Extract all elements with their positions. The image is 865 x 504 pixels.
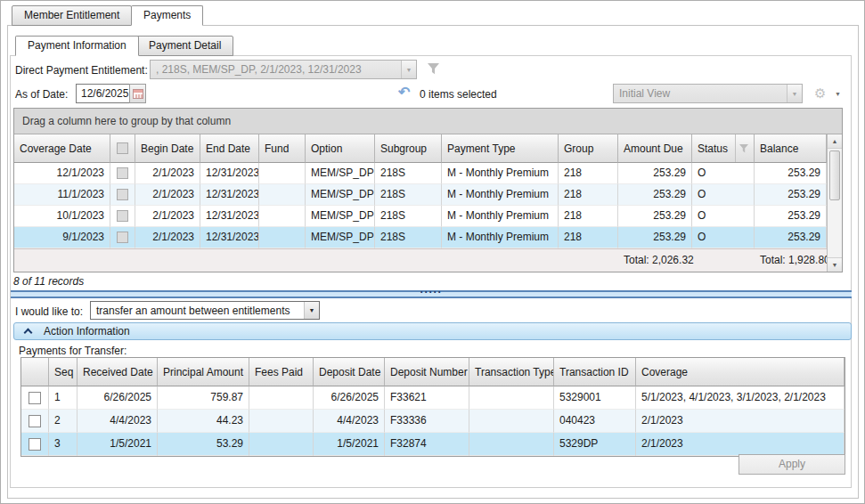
total-balance: Total: 1,928.80 xyxy=(755,249,827,272)
column-header-select-all[interactable] xyxy=(110,134,135,163)
scrollbar-thumb[interactable] xyxy=(829,150,840,200)
cell-deposit-date: 6/26/2025 xyxy=(314,386,385,410)
cell-group: 218 xyxy=(559,206,618,227)
cell-fund xyxy=(259,163,306,184)
scroll-up-icon: ▲ xyxy=(832,138,838,144)
grid-totals-row: Total: 2,026.32 Total: 1,928.80 xyxy=(14,248,827,272)
column-header-fees-paid[interactable]: Fees Paid xyxy=(249,358,314,386)
cell-amount-due: 253.29 xyxy=(618,163,692,184)
table-row[interactable]: 1 6/26/2025 759.87 6/26/2025 F33621 5329… xyxy=(21,386,845,410)
table-row[interactable]: 12/1/2023 2/1/2023 12/31/2023 MEM/SP_DP … xyxy=(14,163,827,184)
status-filter-button[interactable] xyxy=(735,134,748,162)
column-header-received-date[interactable]: Received Date xyxy=(78,358,158,386)
tab-payments[interactable]: Payments xyxy=(131,5,203,26)
column-header-amount-due[interactable]: Amount Due xyxy=(618,134,692,163)
view-selector-value: Initial View xyxy=(614,87,787,100)
row-checkbox-cell[interactable] xyxy=(110,184,135,206)
undo-selection-icon[interactable]: ↶ xyxy=(398,84,410,101)
tab-member-entitlement[interactable]: Member Entitlement xyxy=(12,5,132,26)
action-information-expander[interactable]: Action Information xyxy=(13,322,852,340)
row-checkbox-cell[interactable] xyxy=(21,386,49,410)
column-header-begin-date[interactable]: Begin Date xyxy=(135,134,200,163)
scroll-up-button[interactable]: ▲ xyxy=(828,134,842,149)
view-selector-dropdown-button[interactable]: ▼ xyxy=(787,85,802,102)
cell-end-date: 12/31/2023 xyxy=(200,227,259,248)
splitter-handle[interactable]: ····· xyxy=(11,290,852,298)
column-header-balance[interactable]: Balance xyxy=(755,134,827,163)
calendar-picker-button[interactable] xyxy=(129,84,146,103)
cell-transaction-type xyxy=(469,386,554,410)
action-combobox-dropdown-button[interactable]: ▼ xyxy=(304,302,319,319)
row-checkbox-cell[interactable] xyxy=(21,433,49,456)
cell-status: O xyxy=(692,184,755,206)
table-row[interactable]: 10/1/2023 2/1/2023 12/31/2023 MEM/SP_DP … xyxy=(14,206,827,227)
cell-end-date: 12/31/2023 xyxy=(200,184,259,206)
cell-coverage: 2/1/2023 xyxy=(636,410,845,433)
cell-option: MEM/SP_DP xyxy=(306,206,375,227)
row-checkbox[interactable] xyxy=(29,415,41,427)
cell-amount-due: 253.29 xyxy=(618,227,692,248)
row-checkbox-cell[interactable] xyxy=(110,206,135,227)
scroll-down-button[interactable]: ▼ xyxy=(828,257,842,272)
group-by-bar[interactable]: Drag a column here to group by that colu… xyxy=(14,109,842,134)
vertical-scrollbar[interactable]: ▲ ▼ xyxy=(827,134,842,272)
table-row[interactable]: 11/1/2023 2/1/2023 12/31/2023 MEM/SP_DP … xyxy=(14,184,827,206)
column-header-coverage[interactable]: Coverage xyxy=(636,358,845,386)
cell-principal-amount: 759.87 xyxy=(158,386,249,410)
column-header-seq[interactable]: Seq xyxy=(49,358,78,386)
as-of-date-input[interactable]: 12/6/2025 xyxy=(76,84,130,103)
payments-for-transfer-label: Payments for Transfer: xyxy=(19,345,126,357)
column-header-subgroup[interactable]: Subgroup xyxy=(375,134,442,163)
gear-icon[interactable]: ⚙ xyxy=(814,85,826,102)
row-checkbox[interactable] xyxy=(29,392,41,404)
filter-icon[interactable] xyxy=(428,63,439,75)
items-selected-text: 0 items selected xyxy=(420,88,497,101)
gear-menu-caret-icon[interactable]: ▼ xyxy=(835,91,841,97)
cell-payment-type: M - Monthly Premium xyxy=(442,184,559,206)
entitlement-combobox-dropdown-button[interactable]: ▼ xyxy=(401,61,416,78)
tab-payment-information[interactable]: Payment Information xyxy=(15,36,139,56)
column-header-group[interactable]: Group xyxy=(559,134,618,163)
column-header-payment-type[interactable]: Payment Type xyxy=(442,134,559,163)
column-header-deposit-number[interactable]: Deposit Number xyxy=(385,358,469,386)
table-row-selected[interactable]: 9/1/2023 2/1/2023 12/31/2023 MEM/SP_DP 2… xyxy=(14,227,827,248)
apply-button[interactable]: Apply xyxy=(739,454,845,475)
row-checkbox[interactable] xyxy=(117,210,128,222)
table-row[interactable]: 2 4/4/2023 44.23 4/4/2023 F33336 040423 … xyxy=(21,410,845,433)
column-header-transaction-type[interactable]: Transaction Type xyxy=(469,358,554,386)
entitlement-combobox[interactable]: , 218S, MEM/SP_DP, 2/1/2023, 12/31/2023 … xyxy=(150,60,417,79)
cell-seq: 2 xyxy=(49,410,78,433)
row-checkbox[interactable] xyxy=(117,232,128,243)
tab-payment-detail[interactable]: Payment Detail xyxy=(136,36,233,56)
column-header-status[interactable]: Status xyxy=(692,134,755,163)
row-checkbox-cell[interactable] xyxy=(110,163,135,184)
cell-transaction-id: 5329DP xyxy=(554,433,636,456)
row-checkbox[interactable] xyxy=(117,189,128,200)
cell-transaction-type xyxy=(469,433,554,456)
column-header-principal-amount[interactable]: Principal Amount xyxy=(158,358,249,386)
select-all-checkbox[interactable] xyxy=(117,142,128,154)
row-checkbox[interactable] xyxy=(29,438,41,451)
calendar-icon xyxy=(133,89,143,99)
column-header-fund[interactable]: Fund xyxy=(259,134,306,163)
row-checkbox-cell[interactable] xyxy=(110,227,135,248)
chevron-down-icon: ▼ xyxy=(792,91,798,97)
table-row-selected[interactable]: 3 1/5/2021 53.29 1/5/2021 F32874 5329DP … xyxy=(21,433,845,456)
view-selector-combobox[interactable]: Initial View ▼ xyxy=(613,84,803,103)
column-header-end-date[interactable]: End Date xyxy=(200,134,259,163)
cell-received-date: 6/26/2025 xyxy=(78,386,158,410)
action-combobox[interactable]: transfer an amount between entitlements … xyxy=(90,301,320,320)
column-header-option[interactable]: Option xyxy=(306,134,375,163)
cell-begin-date: 2/1/2023 xyxy=(135,163,200,184)
transfer-table: Seq Received Date Principal Amount Fees … xyxy=(20,357,845,457)
cell-status: O xyxy=(692,227,755,248)
row-checkbox-cell[interactable] xyxy=(21,410,49,433)
cell-payment-type: M - Monthly Premium xyxy=(442,227,559,248)
cell-principal-amount: 44.23 xyxy=(158,410,249,433)
column-header-deposit-date[interactable]: Deposit Date xyxy=(314,358,385,386)
column-header-transaction-id[interactable]: Transaction ID xyxy=(554,358,636,386)
cell-transaction-type xyxy=(469,410,554,433)
column-header-coverage-date[interactable]: Coverage Date xyxy=(14,134,110,163)
row-checkbox[interactable] xyxy=(117,167,128,179)
total-amount-due: Total: 2,026.32 xyxy=(618,249,692,272)
